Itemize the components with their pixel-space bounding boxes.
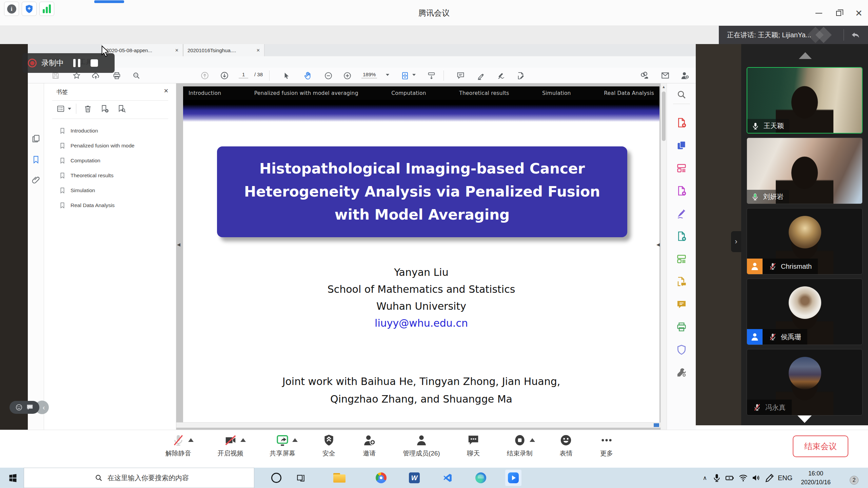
rail-tool-icon[interactable] bbox=[667, 293, 696, 316]
page-number-input[interactable]: 1 bbox=[239, 72, 248, 78]
zoom-in-icon[interactable] bbox=[342, 71, 352, 80]
stop-recording-button[interactable] bbox=[91, 59, 98, 67]
rail-tool-icon[interactable] bbox=[667, 134, 696, 157]
collapse-right-arrow[interactable]: ◀ bbox=[656, 242, 660, 247]
start-button[interactable] bbox=[5, 468, 21, 488]
tray-volume-icon[interactable] bbox=[751, 473, 761, 483]
rail-tool-icon[interactable] bbox=[667, 270, 696, 293]
pdf-tab[interactable]: 20201016Tsinghua.... bbox=[183, 44, 264, 56]
tray-expand-icon[interactable]: ∧ bbox=[700, 468, 710, 488]
rail-tool-icon[interactable] bbox=[667, 338, 696, 361]
tray-battery-icon[interactable] bbox=[725, 473, 734, 483]
edge-icon[interactable] bbox=[472, 468, 490, 488]
options-caret-icon[interactable] bbox=[188, 438, 194, 442]
comment-icon[interactable] bbox=[456, 71, 465, 80]
search-icon[interactable] bbox=[132, 71, 141, 80]
panel-collapse-handle[interactable]: › bbox=[731, 231, 741, 252]
participant-tile[interactable]: 冯永真 bbox=[747, 349, 863, 415]
chrome-icon[interactable] bbox=[372, 468, 390, 488]
rail-tool-icon[interactable] bbox=[667, 202, 696, 225]
meeting-toolbar-button[interactable]: 开启视频 bbox=[218, 433, 243, 465]
bookmark-item[interactable]: Introduction bbox=[44, 123, 176, 138]
rail-tool-icon[interactable] bbox=[667, 247, 696, 270]
vscode-icon[interactable] bbox=[439, 468, 456, 488]
chevron-down-icon[interactable] bbox=[412, 74, 416, 76]
meeting-toolbar-button[interactable]: 管理成员(26) bbox=[403, 433, 440, 465]
page-thumbnails-icon[interactable] bbox=[32, 134, 40, 143]
rail-search-icon[interactable] bbox=[676, 89, 687, 100]
fit-page-icon[interactable] bbox=[400, 71, 410, 80]
bookmark-item[interactable]: Penalized fusion with mode bbox=[44, 138, 176, 153]
cortana-button[interactable] bbox=[268, 468, 285, 488]
hand-tool-icon[interactable] bbox=[303, 71, 313, 80]
tray-pen-icon[interactable] bbox=[765, 473, 774, 483]
language-indicator[interactable]: ENG bbox=[778, 468, 792, 488]
add-bookmark-icon[interactable] bbox=[100, 104, 109, 113]
emoji-pill[interactable] bbox=[9, 401, 39, 414]
network-stats-button[interactable] bbox=[39, 2, 54, 16]
rail-tool-icon[interactable] bbox=[667, 111, 696, 134]
bookmark-options-icon[interactable] bbox=[56, 104, 65, 113]
collapse-left-arrow[interactable]: ◀ bbox=[177, 242, 180, 247]
tray-mic-icon[interactable] bbox=[712, 473, 722, 483]
scroll-mode-icon[interactable] bbox=[427, 71, 436, 80]
page-up-icon[interactable] bbox=[200, 71, 210, 80]
task-view-button[interactable] bbox=[292, 468, 309, 488]
bookmark-item[interactable]: Real Data Analysis bbox=[44, 198, 176, 213]
slide-email-link[interactable]: liuyy@whu.edu.cn bbox=[183, 315, 659, 332]
pause-recording-button[interactable] bbox=[73, 59, 80, 67]
file-explorer-icon[interactable] bbox=[331, 468, 348, 488]
meeting-toolbar-button[interactable]: 解除静音 bbox=[165, 433, 191, 465]
meeting-info-button[interactable]: i bbox=[4, 2, 19, 16]
word-icon[interactable] bbox=[406, 468, 423, 488]
restore-button[interactable] bbox=[833, 8, 844, 18]
share-link-icon[interactable] bbox=[639, 71, 649, 80]
chat-bubble-icon[interactable] bbox=[26, 404, 34, 411]
rail-tool-icon[interactable] bbox=[667, 361, 696, 384]
select-tool-icon[interactable] bbox=[281, 71, 291, 80]
page-down-icon[interactable] bbox=[220, 71, 229, 80]
meeting-toolbar-button[interactable]: 共享屏幕 bbox=[270, 433, 295, 465]
reply-arrow-icon[interactable] bbox=[850, 30, 861, 40]
participant-tile[interactable]: 王天颖 bbox=[747, 67, 863, 134]
horizontal-scrollbar[interactable] bbox=[176, 422, 660, 428]
vertical-scrollbar[interactable]: ▲ bbox=[660, 83, 667, 430]
bookmark-item[interactable]: Computation bbox=[44, 153, 176, 168]
scrollbar-thumb[interactable] bbox=[662, 92, 666, 141]
tab-close-icon[interactable] bbox=[175, 48, 179, 53]
end-meeting-button[interactable]: 结束会议 bbox=[793, 435, 848, 457]
bookmark-item[interactable]: Simulation bbox=[44, 183, 176, 198]
meeting-toolbar-button[interactable]: 表情 bbox=[559, 433, 573, 465]
find-bookmark-icon[interactable] bbox=[117, 104, 126, 113]
options-caret-icon[interactable] bbox=[240, 438, 246, 442]
tray-wifi-icon[interactable] bbox=[738, 473, 748, 483]
rail-tool-icon[interactable] bbox=[667, 316, 696, 338]
zoom-level-select[interactable]: 189% bbox=[361, 72, 377, 78]
chevron-down-icon[interactable] bbox=[68, 108, 71, 110]
rail-tool-icon[interactable] bbox=[667, 225, 696, 247]
participant-tile[interactable]: 刘妍岩 bbox=[747, 138, 863, 204]
rail-tool-icon[interactable] bbox=[667, 179, 696, 202]
add-user-icon[interactable] bbox=[680, 71, 690, 80]
meeting-toolbar-button[interactable]: 结束录制 bbox=[507, 433, 533, 465]
chevron-down-icon[interactable] bbox=[386, 74, 389, 76]
participant-tile[interactable]: Chrismath bbox=[747, 208, 863, 274]
tencent-meeting-icon[interactable] bbox=[503, 468, 524, 488]
zoom-out-icon[interactable] bbox=[323, 71, 333, 80]
bookmark-item[interactable]: Theoretical results bbox=[44, 168, 176, 183]
attachments-icon[interactable] bbox=[32, 176, 40, 184]
smiley-icon[interactable] bbox=[15, 404, 23, 411]
scroll-down-arrow[interactable] bbox=[797, 415, 812, 423]
options-caret-icon[interactable] bbox=[530, 438, 535, 442]
sign-icon[interactable] bbox=[496, 71, 506, 80]
options-caret-icon[interactable] bbox=[292, 438, 298, 442]
participant-tile[interactable]: 侯禹珊 bbox=[747, 279, 863, 345]
meeting-security-button[interactable] bbox=[22, 2, 37, 16]
highlight-icon[interactable] bbox=[476, 71, 486, 80]
meeting-toolbar-button[interactable]: 邀请 bbox=[362, 433, 376, 465]
scroll-up-icon[interactable]: ▲ bbox=[662, 85, 666, 89]
taskbar-clock[interactable]: 16:00 2020/10/16 bbox=[795, 469, 836, 487]
edit-pen-icon[interactable] bbox=[516, 71, 526, 80]
meeting-toolbar-button[interactable]: 聊天 bbox=[466, 433, 480, 465]
meeting-toolbar-button[interactable]: 安全 bbox=[322, 433, 336, 465]
